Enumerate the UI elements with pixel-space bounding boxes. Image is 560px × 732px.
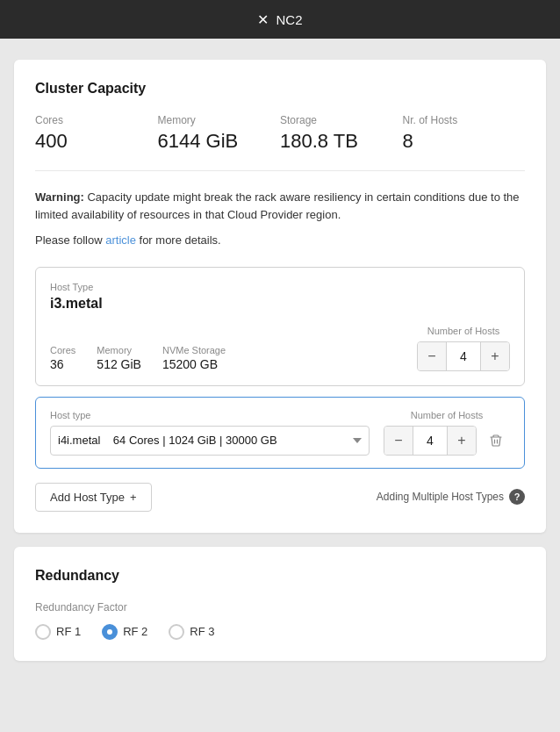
host-count-stepper-1: − +: [417, 341, 510, 371]
add-icon: +: [130, 491, 137, 504]
help-icon: ?: [509, 489, 525, 505]
rf1-label: RF 1: [56, 625, 81, 638]
increment-host-2-button[interactable]: +: [448, 427, 476, 455]
host-count-label-1: Number of Hosts: [427, 326, 500, 336]
decrement-host-1-button[interactable]: −: [418, 342, 446, 370]
rf2-radio: [102, 624, 118, 640]
redundancy-radio-group: RF 1 RF 2 RF 3: [35, 624, 525, 640]
add-host-row: Add Host Type + Adding Multiple Host Typ…: [35, 483, 525, 512]
stat-memory-value: 6144 GiB: [158, 130, 281, 153]
host-specs-1: Cores 36 Memory 512 GiB NVMe Storage 152…: [50, 345, 417, 371]
spec-memory-1: Memory 512 GiB: [97, 345, 141, 371]
stat-hosts-label: Nr. of Hosts: [403, 114, 526, 126]
nc2-logo-icon: ✕: [257, 11, 269, 28]
spec-memory-1-label: Memory: [97, 345, 141, 355]
host-count-1-input[interactable]: [446, 342, 481, 370]
main-content: Cluster Capacity Cores 400 Memory 6144 G…: [0, 39, 560, 682]
stats-row: Cores 400 Memory 6144 GiB Storage 180.8 …: [35, 114, 525, 171]
stat-memory-label: Memory: [158, 114, 281, 126]
rf3-radio: [169, 624, 184, 640]
topnav: ✕ NC2: [0, 0, 560, 39]
follow-suffix: for more details.: [136, 233, 221, 247]
stepper-row-2: − +: [384, 426, 510, 456]
app-title: NC2: [276, 12, 302, 27]
spec-cores-1: Cores 36: [50, 345, 75, 371]
follow-text: Please follow article for more details.: [35, 232, 525, 249]
host-type-2-box: Host type i4i.metal 64 Cores | 1024 GiB …: [35, 397, 525, 469]
stat-cores-label: Cores: [35, 114, 158, 126]
host-type-1-name: i3.metal: [50, 296, 510, 312]
host-type-2-label: Host type: [50, 410, 370, 420]
spec-cores-1-value: 36: [50, 357, 75, 371]
redundancy-card: Redundancy Redundancy Factor RF 1 RF 2 R…: [14, 547, 546, 661]
increment-host-1-button[interactable]: +: [481, 342, 509, 370]
rf3-option[interactable]: RF 3: [169, 624, 214, 640]
stat-hosts: Nr. of Hosts 8: [403, 114, 526, 153]
article-link[interactable]: article: [105, 233, 136, 247]
stat-storage-label: Storage: [280, 114, 403, 126]
host-count-stepper-2: − +: [384, 426, 477, 456]
host-count-label-2: Number of Hosts: [411, 410, 484, 420]
add-host-label: Add Host Type: [50, 491, 125, 504]
host-type-1-label: Host Type: [50, 282, 510, 292]
host-specs-row-1: Cores 36 Memory 512 GiB NVMe Storage 152…: [50, 326, 510, 371]
selector-section-2: Host type i4i.metal 64 Cores | 1024 GiB …: [50, 410, 370, 456]
stat-cores-value: 400: [35, 130, 158, 153]
cluster-capacity-card: Cluster Capacity Cores 400 Memory 6144 G…: [14, 60, 546, 533]
follow-prefix: Please follow: [35, 233, 105, 247]
host-count-section-1: Number of Hosts − +: [417, 326, 510, 371]
spec-nvme-1-label: NVMe Storage: [162, 345, 226, 355]
stat-cores: Cores 400: [35, 114, 158, 153]
help-link-text: Adding Multiple Host Types: [377, 491, 504, 503]
help-link[interactable]: Adding Multiple Host Types ?: [377, 489, 525, 505]
warning-bold: Warning:: [35, 190, 84, 204]
spec-nvme-1-value: 15200 GB: [162, 357, 226, 371]
host-count-section-2: Number of Hosts − +: [384, 410, 510, 456]
warning-body: Capacity update might break the rack awa…: [35, 190, 520, 221]
decrement-host-2-button[interactable]: −: [384, 427, 413, 455]
add-host-type-button[interactable]: Add Host Type +: [35, 483, 152, 512]
stat-hosts-value: 8: [403, 130, 526, 153]
host-type-2-select[interactable]: i4i.metal 64 Cores | 1024 GiB | 30000 GB…: [50, 426, 370, 456]
delete-host-type-2-button[interactable]: [482, 427, 510, 455]
host-type-1-box: Host Type i3.metal Cores 36 Memory 512 G…: [35, 267, 525, 386]
trash-icon: [489, 434, 503, 448]
warning-message: Warning: Capacity update might break the…: [35, 189, 525, 223]
spec-memory-1-value: 512 GiB: [97, 357, 141, 371]
stat-storage: Storage 180.8 TB: [280, 114, 403, 153]
redundancy-factor-label: Redundancy Factor: [35, 601, 525, 614]
cluster-capacity-title: Cluster Capacity: [35, 81, 525, 97]
host-count-2-input[interactable]: [413, 427, 448, 455]
redundancy-title: Redundancy: [35, 568, 525, 584]
rf3-label: RF 3: [190, 625, 214, 638]
stat-memory: Memory 6144 GiB: [158, 114, 281, 153]
rf2-label: RF 2: [123, 625, 147, 638]
selector-row-2: Host type i4i.metal 64 Cores | 1024 GiB …: [50, 410, 510, 456]
rf2-option[interactable]: RF 2: [102, 624, 147, 640]
spec-nvme-1: NVMe Storage 15200 GB: [162, 345, 226, 371]
rf1-option[interactable]: RF 1: [35, 624, 81, 640]
stat-storage-value: 180.8 TB: [280, 130, 403, 153]
rf1-radio: [35, 624, 51, 640]
spec-cores-1-label: Cores: [50, 345, 75, 355]
